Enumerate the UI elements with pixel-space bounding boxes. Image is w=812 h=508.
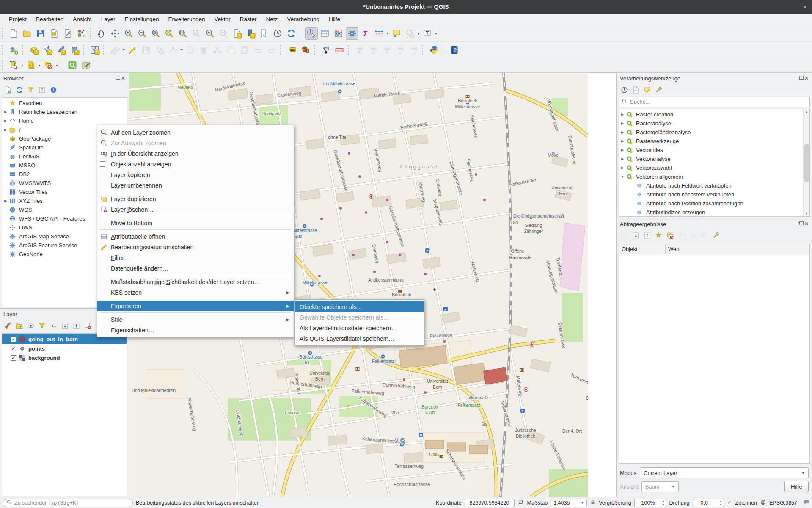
open-attribute-table-button[interactable] [319,27,331,40]
zoom-out-button[interactable] [136,27,149,40]
messages-icon[interactable] [803,499,809,507]
results-column-wert[interactable]: Wert [666,246,680,252]
deselect-features-button[interactable] [42,59,55,72]
expander-icon[interactable]: ▶ [2,119,9,123]
context-menu-item-stile[interactable]: Stile▶ [97,314,294,325]
bookmark-manager-button[interactable] [258,27,270,40]
expander-icon[interactable]: ▶ [2,199,9,203]
pin-unpin-labels-button[interactable]: ab [319,44,332,56]
help-button[interactable]: Hilfe [784,481,809,492]
new-temporary-scratch-layer-button[interactable]: * [88,44,101,56]
results-column-objekt[interactable]: Objekt [619,244,666,254]
submenu-item-als-layerdefinitionsdatei-speichern[interactable]: Als Layerdefinitionsdatei speichern… [295,323,424,333]
menu-einstellungen[interactable]: Einstellungen [120,14,163,24]
context-menu-item-kbs-setzen[interactable]: KBS setzen▶ [97,287,294,298]
python-console-button[interactable] [428,44,440,56]
processing-category-vektorauswahl[interactable]: ▶Vektorauswahl [619,163,809,172]
context-menu-item-bearbeitungsstatus-umschalten[interactable]: Bearbeitungsstatus umschalten [97,242,294,252]
filter-legend-button[interactable] [37,320,47,331]
context-menu-item-datenquelle-ändern[interactable]: Datenquelle ändern… [97,263,294,273]
show-bookmarks-button[interactable]: * [244,27,257,40]
context-menu-item-attributtabelle-öffnen[interactable]: Attributtabelle öffnen [97,231,294,242]
mouse-position-icon[interactable] [517,499,524,507]
browser-item-favoriten[interactable]: Favoriten [2,99,127,108]
properties-button[interactable]: i [48,85,58,95]
checkbox-icon[interactable] [100,161,105,167]
collapse-all2-button[interactable] [642,230,652,240]
options-button[interactable] [653,85,663,95]
new-geopackage-layer-button[interactable]: * [28,44,40,56]
browser-item-r-umliche-lesezeichen[interactable]: ▶Räumliche Lesezeichen [2,108,127,116]
measure-dropdown-arrow[interactable]: ▼ [386,32,390,35]
select-features-dropdown-arrow[interactable]: ▼ [20,64,24,67]
collapse-all-button[interactable] [37,85,47,95]
context-menu-item-move-to-bottom[interactable]: Move to Bottom [97,218,294,228]
processing-algorithm-attributindizes-erzeugen[interactable]: Attributindizes erzeugen [619,208,809,217]
processing-algorithm-attribute-nach-position-zusammenfügen[interactable]: Attribute nach Position zusammenfügen [619,199,809,208]
style-manager-button[interactable]: a [75,27,88,40]
context-menu-item-filter[interactable]: Filter… [97,252,294,263]
pan-map-button[interactable] [95,27,108,40]
expander-icon[interactable]: ▶ [2,110,9,114]
text-annotation-dropdown-arrow[interactable]: ▼ [434,32,438,35]
current-edits-dropdown-arrow[interactable]: ▼ [122,48,126,51]
processing-scrollbar[interactable]: ▲▼ [803,109,809,216]
expander-icon[interactable]: ▶ [619,148,626,152]
expander-icon[interactable]: ▶ [619,121,626,125]
expander-icon[interactable]: ▶ [619,139,626,143]
help-contents-button[interactable]: ? [448,44,461,56]
osm-place-search-button[interactable] [66,59,79,72]
submenu-item-objekte-speichern-als[interactable]: Objekte speichern als… [295,301,424,312]
render-checkbox[interactable]: ✓ [727,500,732,505]
context-menu-item-layer-duplizieren[interactable]: Layer duplizieren [97,193,294,204]
context-menu-item-ma-stabsabhängige-sichtbarkeit-des-der-layer-setzen[interactable]: Maßstabsabhängige Sichtbarkeit des/der L… [97,276,294,287]
filter-browser-button[interactable] [25,85,36,95]
processing-search-input[interactable]: Suche... [619,97,810,107]
context-menu-item-in-der-übersicht-anzeigen[interactable]: In der Übersicht anzeigen [97,148,294,159]
context-menu-item-exportieren[interactable]: Exportieren▶ [97,301,294,311]
measure-button[interactable] [373,27,385,40]
open-layer-styling-button[interactable] [3,320,13,331]
new-spatialite-layer-button[interactable]: * [55,44,67,56]
expander-icon[interactable]: ▶ [2,128,9,132]
expand-new-button[interactable] [653,230,663,240]
menu-verarbeitung[interactable]: Verarbeitung [282,14,324,24]
layer-checkbox[interactable]: ✓ [11,346,16,351]
context-menu-item-layer-umbenennen[interactable]: Layer umbenennen [97,180,294,190]
menu-ansicht[interactable]: Ansicht [68,14,96,24]
clear-results-button[interactable] [665,230,675,240]
save-project-button[interactable] [34,27,47,40]
edit-model-button[interactable] [642,85,652,95]
processing-float-icon[interactable] [798,77,802,80]
zoom-last-button[interactable] [204,27,216,40]
vertex-tool-dropdown-arrow[interactable]: ▼ [180,48,184,51]
layer-checkbox[interactable]: ✓ [11,337,16,342]
results-viewer-button[interactable] [630,85,641,95]
menu-layer[interactable]: Layer [96,14,120,24]
browser-float-icon[interactable] [115,77,119,80]
add-layer-button[interactable] [3,85,13,95]
browser-close-icon[interactable]: ✕ [121,76,125,81]
new-bookmark-button[interactable]: * [231,27,243,40]
options-button[interactable] [710,230,721,240]
collapse-all2-button[interactable] [71,320,81,331]
filter-expression-button[interactable]: ε [48,320,58,331]
zoom-to-selection-button[interactable] [163,27,176,40]
processing-category-rasterwerkzeuge[interactable]: ▶Rasterwerkzeuge [619,137,809,146]
locator-search-input[interactable]: Zu suchender Typ (Strg+K) [3,499,133,507]
mode-select[interactable]: Current Layer▼ [640,467,809,478]
processing-close-icon[interactable]: ✕ [804,76,809,81]
processing-category-vektoranalyse[interactable]: ▶Vektoranalyse [619,155,809,163]
submenu-item-als-qgis-layerstildatei-speichern[interactable]: Als QGIS-Layerstildatei speichern… [295,333,424,344]
history-button[interactable] [619,85,629,95]
data-source-manager-button[interactable] [7,44,20,56]
context-menu-item-auf-den-layer-zoomen[interactable]: Auf den Layer zoomen [97,127,294,138]
processing-category-vektoren-allgemein[interactable]: ▼Vektoren allgemein [619,172,809,181]
temporal-controller-button[interactable] [271,27,284,40]
menu-vektor[interactable]: Vektor [210,14,235,24]
processing-algorithm-attribute-nach-nächstem-verknüpfen[interactable]: Attribute nach nächstem verknüpfen [619,190,809,199]
menu-bearbeiten[interactable]: Bearbeiten [31,14,68,24]
context-menu-item-objektanzahl-anzeigen[interactable]: Objektanzahl anzeigen [97,159,294,169]
expander-icon[interactable]: ▶ [619,130,626,134]
new-project-button[interactable] [7,27,20,40]
